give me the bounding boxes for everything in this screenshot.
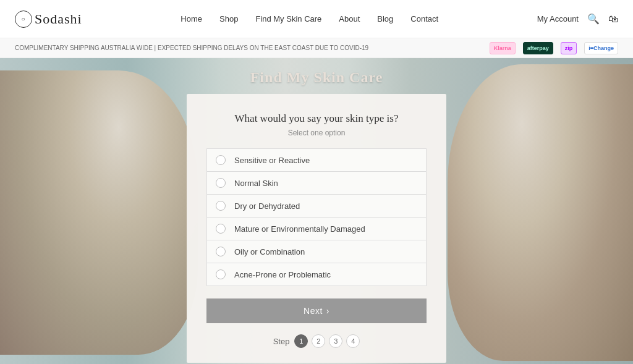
payment-badge-zip: zip (561, 42, 577, 54)
radio-circle-0 (216, 155, 226, 165)
option-item-2[interactable]: Dry or Dehydrated (207, 195, 426, 218)
option-label-0: Sensitive or Reactive (234, 156, 310, 165)
account-link[interactable]: My Account (537, 14, 579, 23)
hero-title: Find My Skin Care (250, 69, 383, 86)
option-label-4: Oily or Combination (234, 247, 305, 256)
promo-banner: COMPLIMENTARY SHIPPING AUSTRALIA WIDE | … (0, 38, 633, 58)
site-logo[interactable]: ○ Sodashi (15, 11, 82, 28)
nav-item-contact[interactable]: Contact (410, 14, 438, 23)
radio-circle-1 (216, 178, 226, 188)
step-indicator: Step 1234 (206, 334, 427, 348)
option-label-1: Normal Skin (234, 179, 278, 188)
next-arrow-icon: › (326, 306, 329, 316)
option-item-3[interactable]: Mature or Environmentally Damaged (207, 218, 426, 240)
step-label: Step (273, 337, 290, 346)
option-item-1[interactable]: Normal Skin (207, 172, 426, 195)
hero-person-left (0, 70, 198, 355)
nav-item-home[interactable]: Home (181, 14, 202, 23)
nav-item-shop[interactable]: Shop (219, 14, 238, 23)
option-label-5: Acne-Prone or Problematic (234, 270, 331, 279)
option-label-2: Dry or Dehydrated (234, 201, 300, 211)
header-right: My Account 🔍 🛍 (537, 13, 618, 25)
site-header: ○ Sodashi HomeShopFind My Skin CareAbout… (0, 0, 633, 38)
main-nav: HomeShopFind My Skin CareAboutBlogContac… (181, 14, 438, 23)
step-3: 3 (329, 334, 342, 348)
radio-circle-3 (216, 224, 226, 234)
quiz-question: What would you say your skin type is? (206, 112, 427, 125)
radio-circle-5 (216, 269, 226, 279)
logo-text: Sodashi (35, 11, 82, 27)
banner-text: COMPLIMENTARY SHIPPING AUSTRALIA WIDE | … (15, 44, 490, 51)
next-label: Next (304, 306, 323, 316)
quiz-subtitle: Select one option (206, 129, 427, 137)
nav-item-blog[interactable]: Blog (377, 14, 393, 23)
payment-badge-klarna: Klarna (490, 42, 516, 54)
cart-icon[interactable]: 🛍 (608, 14, 618, 25)
radio-circle-4 (216, 247, 226, 256)
search-icon[interactable]: 🔍 (587, 13, 600, 25)
step-4: 4 (346, 334, 360, 348)
option-label-3: Mature or Environmentally Damaged (234, 224, 365, 234)
step-2: 2 (312, 334, 325, 348)
logo-circle: ○ (15, 11, 32, 28)
hero-person-right (448, 64, 633, 361)
radio-circle-2 (216, 201, 226, 211)
step-1: 1 (294, 334, 308, 348)
option-item-5[interactable]: Acne-Prone or Problematic (207, 263, 426, 286)
nav-item-about[interactable]: About (339, 14, 360, 23)
payment-badge-i=change: i=Change (584, 42, 618, 54)
option-item-4[interactable]: Oily or Combination (207, 240, 426, 263)
options-list: Sensitive or ReactiveNormal SkinDry or D… (206, 148, 427, 286)
hero-section: Find My Skin Care What would you say you… (0, 58, 633, 364)
next-button[interactable]: Next › (206, 298, 427, 323)
option-item-0[interactable]: Sensitive or Reactive (207, 149, 426, 172)
payment-badge-afterpay: afterpay (523, 42, 553, 54)
payment-methods: Klarnaafterpayzipi=Change (490, 42, 618, 54)
quiz-card: What would you say your skin type is? Se… (187, 94, 446, 363)
nav-item-find-my-skin-care[interactable]: Find My Skin Care (255, 14, 321, 23)
